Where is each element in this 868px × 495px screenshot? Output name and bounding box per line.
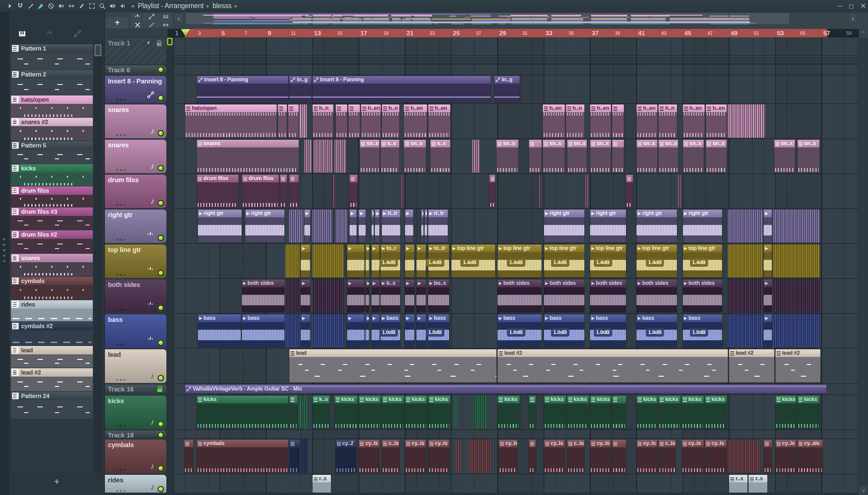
track-options-dots[interactable] xyxy=(116,134,127,136)
clip[interactable]: lead xyxy=(289,349,497,383)
clip[interactable] xyxy=(348,104,360,138)
track-lane-track-16[interactable]: ValhallaVintageVerb - Ample Guitar SC - … xyxy=(173,384,868,395)
clip[interactable]: c..ls xyxy=(658,439,676,473)
clip[interactable] xyxy=(678,174,681,208)
add-pattern-button[interactable]: + xyxy=(9,476,104,487)
gain-badge[interactable]: 1.0dB xyxy=(690,328,708,337)
track-lane-kicks[interactable]: kicksk..skickskickskickskickskickskicksk… xyxy=(173,395,868,430)
clip[interactable]: ▶b..s xyxy=(380,279,400,312)
clip[interactable]: ▶ xyxy=(375,209,380,243)
clip[interactable]: cy..2 xyxy=(335,439,357,473)
clip[interactable]: cymbals xyxy=(197,439,289,473)
gain-badge[interactable]: 1.4dB xyxy=(460,259,479,267)
clip[interactable]: cy..ls xyxy=(498,439,518,473)
clip[interactable] xyxy=(300,439,308,473)
ban-icon[interactable] xyxy=(46,0,56,12)
clip[interactable]: h..n xyxy=(381,104,399,138)
clip[interactable]: kicks xyxy=(381,395,404,429)
vertical-scrollbar[interactable]: ^ v xyxy=(858,29,868,495)
track-lane-drum-filss[interactable]: drum filssdrum filss xyxy=(173,174,868,209)
stretch-icon[interactable] xyxy=(66,0,77,12)
pencil-icon[interactable] xyxy=(25,0,36,12)
clip[interactable]: sn..s xyxy=(683,139,704,173)
clip[interactable] xyxy=(455,395,458,429)
track-enable-led[interactable] xyxy=(158,165,164,171)
clip[interactable]: ▶ri..tr xyxy=(381,209,400,243)
track-enable-led[interactable] xyxy=(158,67,164,73)
clip[interactable]: sn..s xyxy=(496,139,519,173)
clip[interactable]: drum filss xyxy=(197,174,239,208)
clip[interactable] xyxy=(289,209,304,243)
track-options-dots[interactable] xyxy=(116,425,127,427)
playback-icon[interactable] xyxy=(107,0,117,12)
clip[interactable] xyxy=(773,314,819,347)
pattern-item[interactable]: drum filss xyxy=(11,186,93,207)
clip[interactable]: kicks xyxy=(497,395,520,429)
clip[interactable] xyxy=(472,139,479,173)
clip[interactable]: ▶both sides xyxy=(636,279,677,312)
patterns-tab[interactable] xyxy=(17,29,27,39)
curve-icon[interactable] xyxy=(148,21,155,30)
clip[interactable] xyxy=(313,139,332,173)
clip[interactable]: ▶both sides xyxy=(544,279,585,312)
track-lane-snares[interactable]: snaressn..ss..ssn..ss..ssn..ssn..ssn..ss… xyxy=(173,139,868,174)
pattern-item[interactable]: Pattern 2 xyxy=(11,70,93,95)
selection-rectangle[interactable] xyxy=(167,38,173,45)
scroll-up-button[interactable]: ^ xyxy=(859,29,868,38)
track-lane-rides[interactable]: r..sr..sr..s xyxy=(173,474,868,495)
clip[interactable]: ▶ xyxy=(764,209,772,243)
select-icon[interactable] xyxy=(87,0,97,12)
play-icon[interactable] xyxy=(5,0,15,12)
track-header-snares[interactable]: snares♪ xyxy=(105,104,166,138)
clip[interactable]: ▶ xyxy=(347,244,365,278)
clip[interactable]: sn..s xyxy=(658,139,678,173)
track-options-dots[interactable] xyxy=(116,99,127,101)
track-enable-led[interactable] xyxy=(158,130,164,136)
track-header-right-gtr[interactable]: right gtr xyxy=(105,209,166,243)
track-options-dots[interactable] xyxy=(116,379,127,380)
clip[interactable]: ▶ xyxy=(405,209,413,243)
gain-badge[interactable]: 1.4dB xyxy=(507,259,525,267)
clip[interactable]: Insert 8 - Panning xyxy=(197,75,289,103)
pattern-item[interactable]: Pattern 24 xyxy=(11,392,93,419)
clip[interactable]: cy..ls xyxy=(405,439,426,473)
gain-badge[interactable]: 1.4dB xyxy=(551,259,569,267)
timeline-ruler[interactable]: 1357911131517192123252729313335373941434… xyxy=(167,29,868,37)
clip[interactable]: ▶ xyxy=(416,279,426,312)
clip[interactable]: ▶ xyxy=(764,244,772,278)
clip[interactable] xyxy=(312,279,344,312)
clip[interactable]: h..en xyxy=(542,104,565,138)
clip[interactable]: sn..s xyxy=(774,139,796,173)
clip[interactable]: cy..ls xyxy=(590,439,611,473)
pattern-item[interactable]: cymbals #2 xyxy=(11,322,93,345)
clip[interactable]: ▶ xyxy=(347,279,365,312)
clip[interactable]: cy..ls xyxy=(705,439,727,473)
clip[interactable]: kicks xyxy=(544,395,566,429)
clip[interactable]: In..g xyxy=(494,75,520,103)
clip[interactable] xyxy=(312,209,332,243)
gain-badge[interactable]: 1.0dB xyxy=(507,328,525,337)
track-header-insert-8-panning[interactable]: Insert 8 - Panning xyxy=(105,76,166,103)
clip[interactable] xyxy=(278,104,288,138)
clip[interactable]: ▶right gtr xyxy=(683,209,722,243)
pattern-item[interactable]: rides xyxy=(11,300,93,321)
track-enable-led[interactable] xyxy=(158,200,164,206)
pattern-item[interactable]: lead #2 xyxy=(11,368,93,391)
clip[interactable]: h..en xyxy=(706,104,727,138)
track-enable-led[interactable] xyxy=(158,421,164,427)
clip[interactable]: ▶ xyxy=(371,279,380,312)
clip[interactable] xyxy=(529,139,542,173)
clip[interactable]: kicks xyxy=(197,395,289,429)
clip[interactable]: ▶ xyxy=(371,209,374,243)
clip[interactable] xyxy=(349,174,358,208)
clip[interactable]: cy..ls xyxy=(636,439,658,473)
clip[interactable]: ▶ xyxy=(421,209,424,243)
pattern-item[interactable]: drum filss #2 xyxy=(11,231,93,253)
track-dropdown-icon[interactable]: ▼ xyxy=(146,40,151,46)
scroll-grip[interactable] xyxy=(864,13,867,23)
clip[interactable]: ▶both sides xyxy=(590,279,626,312)
track-enable-led[interactable] xyxy=(158,486,164,492)
clip[interactable]: kicks xyxy=(775,395,797,429)
clip[interactable]: lead #2 xyxy=(775,349,821,383)
clip[interactable] xyxy=(401,174,404,208)
